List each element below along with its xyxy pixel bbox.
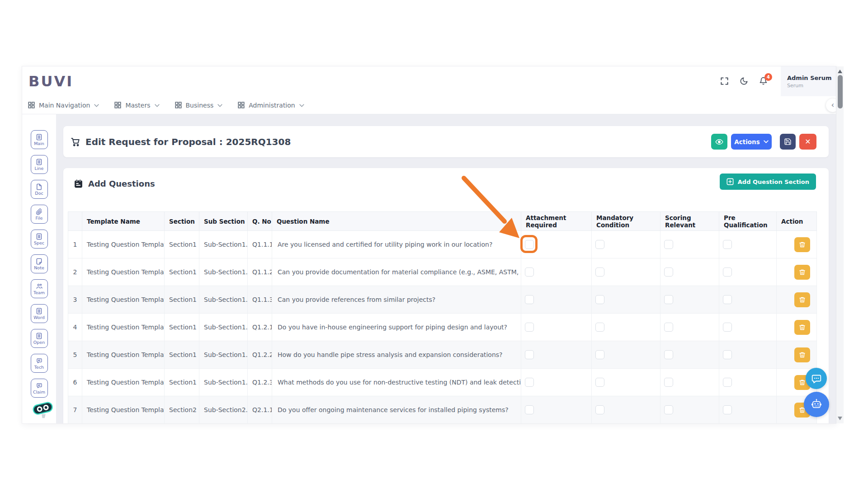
mandatory-condition-checkbox[interactable] [595, 295, 604, 304]
sidebar-item-label: Team [33, 291, 45, 295]
sidebar-item-line[interactable]: Line [31, 155, 48, 174]
scoring-relevant-checkbox[interactable] [664, 267, 673, 277]
column-header: Attachment Required [521, 212, 592, 231]
nav-item-masters[interactable]: Masters [114, 102, 159, 109]
table-row: 3 Testing Question Template Section1 Sub… [68, 286, 817, 314]
sidebar-item-tech[interactable]: Tech [31, 354, 48, 373]
attachment-required-checkbox[interactable] [525, 378, 534, 387]
scroll-up-arrow[interactable] [838, 70, 842, 73]
chevron-down-icon [217, 104, 222, 107]
column-header: Q. No [248, 212, 272, 231]
scoring-relevant-checkbox[interactable] [664, 240, 673, 249]
close-button[interactable]: ✕ [799, 134, 816, 150]
sidebar-item-file[interactable]: File [31, 205, 48, 224]
mandatory-condition-checkbox[interactable] [595, 378, 604, 387]
nav-item-main-navigation[interactable]: Main Navigation [28, 102, 99, 109]
mandatory-condition-checkbox[interactable] [595, 350, 604, 359]
delete-question-button[interactable] [794, 237, 810, 252]
pre-qualification-checkbox[interactable] [723, 323, 732, 332]
chatbot-widget-button[interactable] [804, 392, 829, 417]
attachment-required-checkbox[interactable] [525, 405, 534, 414]
grid-icon [28, 102, 35, 108]
file-text-icon [36, 233, 42, 240]
preview-button[interactable] [711, 134, 727, 150]
cell-pre-qualification [719, 369, 777, 396]
nav-item-label: Business [186, 102, 214, 109]
cell-section: Section1 [165, 314, 199, 341]
grid-icon [114, 102, 121, 108]
cell-sub-section: Sub-Section2.1 [199, 396, 248, 424]
brand-logo[interactable]: BUVI [28, 73, 73, 90]
cell-scoring-relevant [660, 286, 719, 314]
clipboard-icon [74, 179, 83, 188]
pre-qualification-checkbox[interactable] [723, 350, 732, 359]
sidebar-item-note[interactable]: Note [31, 254, 48, 273]
pre-qualification-checkbox[interactable] [723, 295, 732, 304]
sidebar-item-doc[interactable]: Doc [31, 180, 48, 199]
save-icon [784, 138, 792, 145]
mandatory-condition-checkbox[interactable] [595, 405, 604, 414]
column-header: Section [165, 212, 199, 231]
sidebar-item-main[interactable]: Main [31, 130, 48, 149]
cell-scoring-relevant [660, 369, 719, 396]
mandatory-condition-checkbox[interactable] [595, 267, 604, 277]
delete-question-button[interactable] [794, 347, 810, 362]
chat-widget-button[interactable] [806, 368, 827, 389]
scrollbar-thumb[interactable] [838, 75, 843, 108]
sidebar-item-label: Spec [34, 241, 44, 245]
scoring-relevant-checkbox[interactable] [664, 323, 673, 332]
dark-mode-icon[interactable] [740, 77, 749, 86]
delete-question-button[interactable] [794, 320, 810, 335]
sidebar-item-word[interactable]: Word [31, 304, 48, 323]
cell-question-name: What methods do you use for non-destruct… [272, 369, 521, 396]
cell-attachment-required [521, 258, 592, 286]
user-menu[interactable]: Admin Serum Serum [781, 66, 836, 96]
page-title: Edit Request for Proposal : 2025RQ1308 [85, 136, 291, 147]
add-question-section-button[interactable]: Add Question Section [720, 174, 816, 190]
column-header: Template Name [82, 212, 165, 231]
sidebar-item-claim[interactable]: Claim [31, 379, 48, 398]
attachment-required-checkbox[interactable] [525, 295, 534, 304]
fullscreen-icon[interactable] [720, 77, 729, 86]
sidebar-item-open[interactable]: Open [31, 329, 48, 348]
sidebar-item-label: File [36, 216, 43, 221]
pre-qualification-checkbox[interactable] [723, 240, 732, 249]
nav-item-business[interactable]: Business [175, 102, 223, 109]
cell-scoring-relevant [660, 314, 719, 341]
attachment-required-checkbox[interactable] [525, 267, 534, 277]
scoring-relevant-checkbox[interactable] [664, 405, 673, 414]
pre-qualification-checkbox[interactable] [723, 405, 732, 414]
pre-qualification-checkbox[interactable] [723, 267, 732, 277]
cell-sub-section: Sub-Section1.1 [199, 286, 248, 314]
user-name: Admin Serum [787, 75, 836, 81]
pre-qualification-checkbox[interactable] [723, 378, 732, 387]
cell-pre-qualification [719, 314, 777, 341]
row-number: 7 [68, 396, 82, 424]
scoring-relevant-checkbox[interactable] [664, 378, 673, 387]
save-button[interactable] [780, 134, 796, 150]
attachment-required-checkbox[interactable] [525, 323, 534, 332]
mandatory-condition-checkbox[interactable] [595, 323, 604, 332]
nav-item-administration[interactable]: Administration [238, 102, 304, 109]
chatbot-mascot[interactable] [31, 400, 55, 419]
sidebar-item-spec[interactable]: Spec [31, 230, 48, 249]
notifications-icon[interactable]: 4 [759, 77, 768, 86]
delete-question-button[interactable] [794, 292, 810, 307]
delete-question-button[interactable] [794, 265, 810, 280]
cell-sub-section: Sub-Section1.2 [199, 369, 248, 396]
file-text-icon [36, 333, 42, 339]
scoring-relevant-checkbox[interactable] [664, 350, 673, 359]
cell-pre-qualification [719, 286, 777, 314]
cell-attachment-required [521, 286, 592, 314]
sidebar-item-team[interactable]: Team [31, 279, 48, 298]
attachment-required-checkbox[interactable] [525, 350, 534, 359]
cell-attachment-required [521, 369, 592, 396]
file-text-icon [36, 308, 42, 314]
table-row: 2 Testing Question Template Section1 Sub… [68, 258, 817, 286]
cell-sub-section: Sub-Section1.2 [199, 341, 248, 369]
mandatory-condition-checkbox[interactable] [595, 240, 604, 249]
scoring-relevant-checkbox[interactable] [664, 295, 673, 304]
actions-dropdown-button[interactable]: Actions [731, 134, 772, 150]
scroll-down-arrow[interactable] [838, 417, 842, 420]
row-number: 2 [68, 258, 82, 286]
